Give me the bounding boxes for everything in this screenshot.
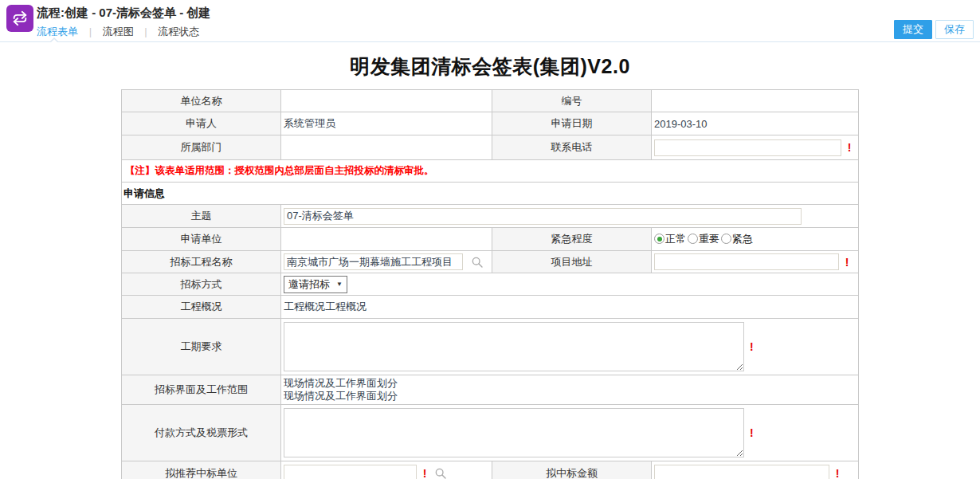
proposed-bid-amount-label: 拟中标金额 <box>492 461 652 479</box>
tender-scope-label: 招标界面及工作范围 <box>122 375 281 405</box>
required-mark: ! <box>750 340 754 353</box>
subject-label: 主题 <box>122 205 281 228</box>
active-tab-notch <box>49 37 59 42</box>
schedule-requirement-label: 工期要求 <box>122 319 281 375</box>
urgency-option-important[interactable]: 重要 <box>688 232 719 246</box>
urgency-radio-dot[interactable] <box>688 234 698 244</box>
contact-phone-input[interactable] <box>654 139 841 156</box>
proposed-bid-amount-input[interactable] <box>654 465 829 479</box>
tender-scope-value: 现场情况及工作界面划分 现场情况及工作界面划分 <box>281 375 859 405</box>
tender-project-name-label: 招标工程名称 <box>122 251 281 273</box>
apply-unit-value <box>281 228 492 251</box>
header-actions: 提交 保存 <box>894 20 974 39</box>
apply-unit-label: 申请单位 <box>122 228 281 251</box>
tender-method-select[interactable]: 邀请招标 ▼ <box>284 276 347 293</box>
urgency-option-urgent[interactable]: 紧急 <box>721 232 753 246</box>
form-table: 单位名称 编号 申请人 系统管理员 申请日期 2019-03-10 所属部门 联… <box>121 89 859 479</box>
form-notice: 【注】该表单适用范围：授权范围内总部层面自主招投标的清标审批。 <box>122 160 859 183</box>
tab-bar: 流程表单 | 流程图 | 流程状态 <box>37 25 207 39</box>
required-mark: ! <box>845 256 849 269</box>
urgency-radio-dot[interactable] <box>721 234 731 244</box>
recommended-bidder-label: 拟推荐中标单位 <box>122 461 281 479</box>
project-overview-value: 工程概况工程概况 <box>281 296 859 319</box>
serial-no-value <box>652 90 859 112</box>
save-button[interactable]: 保存 <box>935 20 974 39</box>
contact-phone-label: 联系电话 <box>492 135 652 160</box>
urgency-radio-dot[interactable] <box>654 234 664 244</box>
required-mark: ! <box>750 426 754 439</box>
required-mark: ! <box>836 467 840 479</box>
required-mark: ! <box>423 467 427 479</box>
app-header: 流程:创建 - 07-清标会签单 - 创建 流程表单 | 流程图 | 流程状态 … <box>0 0 980 42</box>
tab-separator: | <box>144 26 147 37</box>
search-icon[interactable] <box>434 467 447 479</box>
tab-process-diagram[interactable]: 流程图 <box>103 26 134 37</box>
department-label: 所属部门 <box>122 135 281 160</box>
required-mark: ! <box>848 141 852 154</box>
project-address-label: 项目地址 <box>492 251 652 273</box>
serial-no-label: 编号 <box>492 90 652 112</box>
recommended-bidder-input[interactable] <box>284 465 417 479</box>
tender-method-label: 招标方式 <box>122 273 281 296</box>
tab-separator: | <box>89 26 92 37</box>
applicant-label: 申请人 <box>122 112 281 135</box>
tab-process-status[interactable]: 流程状态 <box>158 26 199 37</box>
unit-name-label: 单位名称 <box>122 90 281 112</box>
urgency-option-label: 重要 <box>699 232 719 246</box>
section-title-apply-info: 申请信息 <box>122 183 859 205</box>
app-logo <box>6 5 33 32</box>
flow-cycle-icon <box>11 10 29 27</box>
apply-date-value: 2019-03-10 <box>652 112 859 135</box>
urgency-radio-group: 正常 重要 紧急 <box>654 232 755 246</box>
tab-process-form[interactable]: 流程表单 <box>37 26 78 37</box>
payment-tax-textarea[interactable] <box>284 408 744 457</box>
subject-input[interactable] <box>284 208 802 225</box>
schedule-requirement-textarea[interactable] <box>284 322 744 371</box>
tender-project-name-input[interactable] <box>284 253 463 270</box>
submit-button[interactable]: 提交 <box>894 20 932 39</box>
department-value <box>281 135 492 160</box>
urgency-option-label: 正常 <box>665 232 686 246</box>
applicant-value: 系统管理员 <box>281 112 492 135</box>
urgency-label: 紧急程度 <box>492 228 652 251</box>
search-icon[interactable] <box>471 256 484 269</box>
apply-date-label: 申请日期 <box>492 112 652 135</box>
process-title: 流程:创建 - 07-清标会签单 - 创建 <box>37 6 210 21</box>
urgency-option-label: 紧急 <box>732 232 753 246</box>
form-title: 明发集团清标会签表(集团)V2.0 <box>0 53 980 80</box>
project-overview-label: 工程概况 <box>122 296 281 319</box>
unit-name-value <box>281 90 492 112</box>
chevron-down-icon: ▼ <box>336 281 343 288</box>
tender-method-selected-value: 邀请招标 <box>288 277 330 292</box>
payment-tax-label: 付款方式及税票形式 <box>122 405 281 461</box>
urgency-option-normal[interactable]: 正常 <box>654 232 686 246</box>
project-address-input[interactable] <box>654 253 839 270</box>
